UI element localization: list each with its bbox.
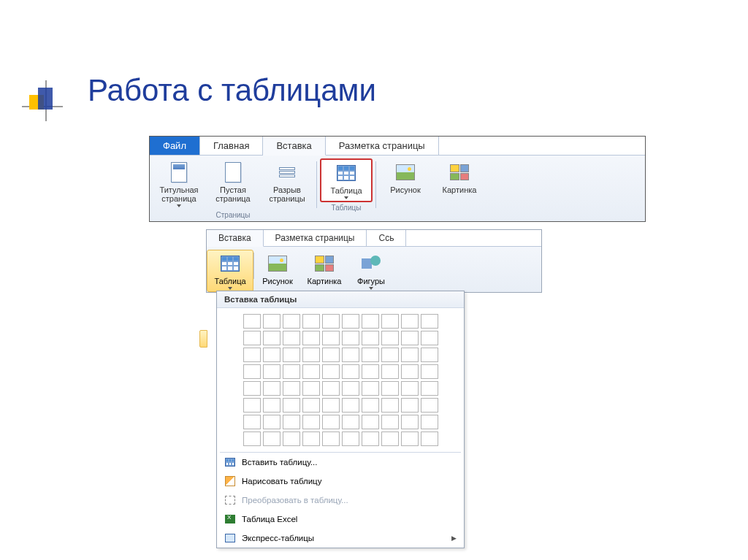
tab2-refs[interactable]: Ссь [367,230,406,246]
grid-cell[interactable] [302,415,320,429]
picture2-button[interactable]: Рисунок [254,250,301,292]
grid-cell[interactable] [421,415,438,429]
grid-cell[interactable] [421,431,438,446]
grid-cell[interactable] [381,415,399,429]
grid-cell[interactable] [322,348,340,362]
grid-cell[interactable] [421,331,438,345]
grid-cell[interactable] [243,314,261,329]
grid-cell[interactable] [381,431,399,446]
grid-cell[interactable] [401,381,419,396]
grid-cell[interactable] [342,398,359,413]
grid-cell[interactable] [283,398,300,413]
shapes-button[interactable]: Фигуры [348,250,394,292]
tab-page-layout[interactable]: Разметка страницы [326,137,439,155]
grid-cell[interactable] [362,314,379,329]
grid-cell[interactable] [362,348,379,362]
grid-cell[interactable] [401,398,419,413]
grid-cell[interactable] [243,431,261,446]
grid-cell[interactable] [322,381,340,396]
tab-home[interactable]: Главная [200,137,263,155]
grid-cell[interactable] [243,348,261,362]
grid-cell[interactable] [283,364,300,379]
grid-cell[interactable] [342,364,359,379]
table-button-active[interactable]: Таблица [207,250,253,292]
excel-table-menuitem[interactable]: Таблица Excel [217,510,464,529]
clipart-button[interactable]: Картинка [433,158,486,196]
grid-cell[interactable] [302,348,320,362]
grid-cell[interactable] [283,331,300,345]
grid-cell[interactable] [401,415,419,429]
grid-cell[interactable] [302,364,320,379]
grid-cell[interactable] [243,381,261,396]
grid-cell[interactable] [322,331,340,345]
grid-cell[interactable] [263,398,280,413]
grid-cell[interactable] [342,431,359,446]
grid-cell[interactable] [421,364,438,379]
grid-cell[interactable] [362,364,379,379]
grid-cell[interactable] [302,381,320,396]
quick-tables-menuitem[interactable]: Экспресс-таблицы ▶ [217,529,464,548]
grid-cell[interactable] [401,431,419,446]
clipart2-button[interactable]: Картинка [301,250,348,292]
picture-button[interactable]: Рисунок [379,158,432,196]
grid-cell[interactable] [342,381,359,396]
grid-cell[interactable] [243,331,261,345]
grid-cell[interactable] [322,415,340,429]
grid-cell[interactable] [283,348,300,362]
grid-cell[interactable] [362,415,379,429]
grid-cell[interactable] [362,331,379,345]
grid-cell[interactable] [302,314,320,329]
grid-cell[interactable] [263,348,280,362]
table-button[interactable]: Таблица [320,158,373,202]
grid-cell[interactable] [362,431,379,446]
tab-file[interactable]: Файл [150,137,200,155]
grid-cell[interactable] [401,364,419,379]
grid-cell[interactable] [283,381,300,396]
tab2-insert[interactable]: Вставка [207,230,264,247]
grid-cell[interactable] [263,431,280,446]
grid-cell[interactable] [362,398,379,413]
blank-page-button[interactable]: Пустая страница [207,158,259,210]
grid-cell[interactable] [322,431,340,446]
grid-cell[interactable] [421,398,438,413]
table-size-grid[interactable] [217,308,464,452]
grid-cell[interactable] [342,314,359,329]
grid-cell[interactable] [322,364,340,379]
grid-cell[interactable] [362,381,379,396]
grid-cell[interactable] [381,348,399,362]
tab-insert[interactable]: Вставка [263,137,325,156]
grid-cell[interactable] [302,331,320,345]
grid-cell[interactable] [421,314,438,329]
grid-cell[interactable] [342,415,359,429]
grid-cell[interactable] [421,381,438,396]
draw-table-menuitem[interactable]: Нарисовать таблицу [217,472,464,491]
grid-cell[interactable] [381,364,399,379]
grid-cell[interactable] [342,348,359,362]
page-break-button[interactable]: Разрыв страницы [261,158,313,210]
grid-cell[interactable] [263,415,280,429]
grid-cell[interactable] [322,314,340,329]
grid-cell[interactable] [243,398,261,413]
grid-cell[interactable] [401,348,419,362]
grid-cell[interactable] [263,331,280,345]
grid-cell[interactable] [381,331,399,345]
grid-cell[interactable] [421,348,438,362]
grid-cell[interactable] [283,314,300,329]
grid-cell[interactable] [302,431,320,446]
grid-cell[interactable] [243,415,261,429]
grid-cell[interactable] [263,364,280,379]
title-page-button[interactable]: Титульная страница [153,158,205,210]
grid-cell[interactable] [263,381,280,396]
grid-cell[interactable] [263,314,280,329]
grid-cell[interactable] [401,331,419,345]
grid-cell[interactable] [302,398,320,413]
tab2-layout[interactable]: Разметка страницы [264,230,367,246]
grid-cell[interactable] [381,381,399,396]
grid-cell[interactable] [283,415,300,429]
grid-cell[interactable] [381,314,399,329]
insert-table-menuitem[interactable]: Вставить таблицу... [217,453,464,472]
grid-cell[interactable] [322,398,340,413]
grid-cell[interactable] [401,314,419,329]
grid-cell[interactable] [283,431,300,446]
grid-cell[interactable] [243,364,261,379]
